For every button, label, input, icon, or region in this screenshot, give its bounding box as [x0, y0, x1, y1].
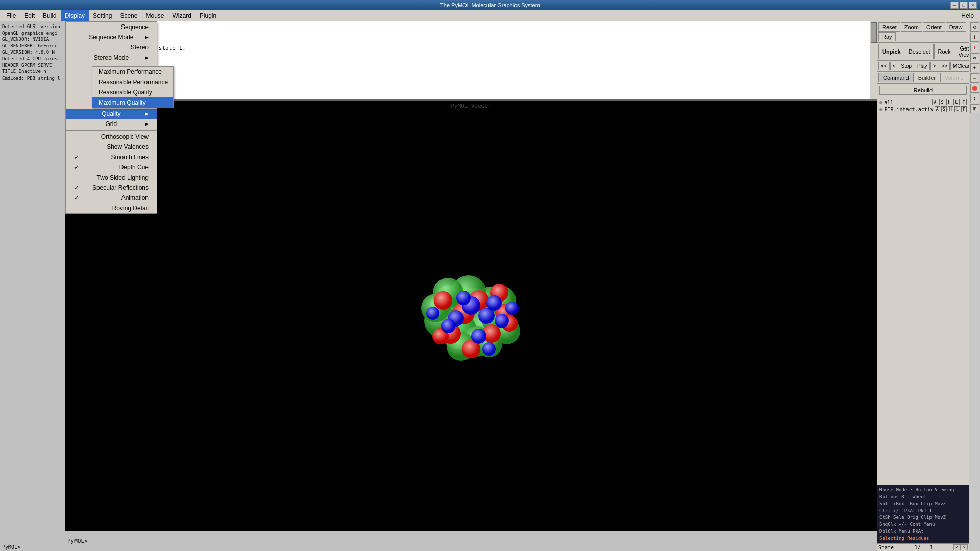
dd-orthoscopic[interactable]: Orthoscopic View: [66, 132, 157, 142]
dd-stereo[interactable]: Stereo: [66, 42, 157, 53]
menu-wizard[interactable]: Wizard: [168, 10, 195, 21]
sel-l-btn[interactable]: L: [954, 106, 960, 112]
state-prev-button[interactable]: <: [953, 544, 961, 550]
log-line: rendering.: [67, 34, 875, 41]
icon-warning[interactable]: !: [970, 43, 979, 52]
dd-arrow-icon: ▶: [145, 35, 149, 40]
state-value: 1/ 1: [894, 545, 953, 550]
sel-s-btn[interactable]: S: [939, 99, 945, 105]
maximize-button[interactable]: □: [960, 2, 968, 9]
stop-button[interactable]: Stop: [899, 62, 915, 70]
title-text: The PyMOL Molecular Graphics System: [440, 2, 540, 8]
menu-plugin[interactable]: Plugin: [195, 10, 220, 21]
nav-back-button[interactable]: <: [890, 62, 898, 70]
state-bar: State 1/ 1 < >: [877, 543, 969, 551]
dd-check: [74, 133, 78, 140]
dd-sequence[interactable]: Sequence: [66, 22, 157, 32]
unpick-button[interactable]: Unpick: [878, 44, 904, 59]
tab-builder[interactable]: Builder: [914, 73, 940, 82]
tab-command[interactable]: Command: [878, 73, 914, 82]
icon-minus[interactable]: −: [970, 73, 979, 83]
svg-point-34: [505, 302, 519, 315]
dd-depth-cue[interactable]: ✓ Depth Cue: [66, 162, 157, 172]
dd-check: [74, 44, 78, 51]
dd-label: Grid: [106, 120, 117, 128]
nav-forward-button[interactable]: >: [930, 62, 939, 70]
sel-h-btn[interactable]: H: [948, 106, 953, 112]
icon-grid[interactable]: ⊞: [970, 104, 979, 113]
dd-stereo-mode[interactable]: Stereo Mode ▶: [66, 53, 157, 63]
status-line: Shft +Box -Box Clip MovZ: [879, 500, 967, 508]
dd-label: Sequence: [121, 23, 149, 31]
svg-point-35: [426, 307, 439, 320]
ray-button[interactable]: Ray: [878, 32, 896, 41]
menu-file[interactable]: File: [2, 10, 20, 21]
menu-edit[interactable]: Edit: [20, 10, 39, 21]
nav-fastforward-button[interactable]: >>: [939, 62, 950, 70]
orient-button[interactable]: Orient: [923, 22, 945, 32]
dd-check: [74, 110, 78, 117]
console-line: GL_VERSION: 4.6.0 N: [2, 49, 63, 56]
dd-check: [74, 77, 78, 84]
icon-plus[interactable]: +: [970, 63, 979, 72]
close-button[interactable]: ✕: [969, 2, 977, 9]
icon-info[interactable]: i: [970, 33, 979, 42]
sel-l-btn[interactable]: L: [953, 99, 960, 105]
quality-reasonable-quality[interactable]: Reasonable Quality: [92, 87, 173, 97]
reset-button[interactable]: Reset: [878, 22, 900, 32]
sel-s-btn[interactable]: S: [941, 106, 947, 112]
dd-check: ✓: [74, 164, 79, 171]
dd-quality[interactable]: Quality ▶: [66, 109, 157, 119]
minimize-button[interactable]: ─: [950, 2, 959, 9]
status-line: Buttons R L Wheel: [879, 494, 967, 501]
quality-reasonable-performance[interactable]: Reasonable Performance: [92, 77, 173, 87]
nav-rewind-button[interactable]: <<: [878, 62, 890, 70]
dd-smooth-lines[interactable]: ✓ Smooth Lines: [66, 152, 157, 162]
pymol-command-input[interactable]: [90, 538, 875, 544]
dd-two-sided[interactable]: Two Sided Lighting: [66, 172, 157, 183]
dd-label: Animation: [121, 194, 149, 202]
quality-submenu: Maximum Performance Reasonable Performan…: [92, 66, 174, 108]
deselect-button[interactable]: Deselect: [905, 44, 934, 59]
state-next-button[interactable]: >: [961, 544, 968, 550]
status-info-panel: Mouse Mode 3-Button Viewing Buttons R L …: [877, 485, 969, 543]
sel-a-btn[interactable]: A: [932, 99, 938, 105]
menu-setting[interactable]: Setting: [89, 10, 116, 21]
sel-h-btn[interactable]: H: [946, 99, 952, 105]
console-line: GL_VENDOR: NVIDIA: [2, 36, 63, 43]
rebuild-button[interactable]: Rebuild: [879, 86, 967, 95]
menu-scene[interactable]: Scene: [116, 10, 141, 21]
rebuild-area: Rebuild: [877, 84, 969, 97]
icon-arrow[interactable]: ↕: [970, 94, 979, 103]
menu-display[interactable]: Display: [61, 10, 89, 21]
dd-grid[interactable]: Grid ▶: [66, 119, 157, 129]
log-scrollbar-thumb[interactable]: [871, 22, 877, 43]
dd-sequence-mode[interactable]: Sequence Mode ▶: [66, 32, 157, 42]
menu-mouse[interactable]: Mouse: [141, 10, 168, 21]
icon-infinity[interactable]: ∞: [970, 53, 979, 62]
play-button[interactable]: Play: [915, 62, 929, 70]
quality-maximum-quality[interactable]: Maximum Quality: [92, 97, 173, 108]
icon-settings[interactable]: ⚙: [970, 22, 979, 32]
tab-volume[interactable]: Volume: [940, 73, 968, 82]
dd-specular[interactable]: ✓ Specular Reflections: [66, 183, 157, 193]
zoom-button[interactable]: Zoom: [901, 22, 922, 32]
dd-roving[interactable]: Roving Detail: [66, 203, 157, 213]
menu-help[interactable]: Help: [957, 10, 978, 21]
log-scrollbar[interactable]: [870, 21, 877, 99]
icon-fire[interactable]: 🔴: [970, 84, 979, 93]
sel-bullet: ●: [879, 99, 882, 105]
sel-f-btn[interactable]: F: [961, 106, 967, 112]
rock-button[interactable]: Rock: [934, 44, 954, 59]
menu-build[interactable]: Build: [39, 10, 61, 21]
dd-smooth-lines-label: Smooth Lines: [111, 154, 149, 161]
dd-animation[interactable]: ✓ Animation: [66, 193, 157, 203]
log-line: intact.active.5VAI.5NX2", state 1.: [67, 45, 875, 52]
top-action-buttons: Reset Zoom Orient Draw Ray: [877, 21, 969, 43]
viewer-area[interactable]: PyMOL Viewer: [65, 101, 877, 531]
sel-f-btn[interactable]: F: [961, 99, 967, 105]
draw-button[interactable]: Draw: [946, 22, 966, 32]
dd-show-valences[interactable]: Show Valences: [66, 142, 157, 152]
sel-a-btn[interactable]: A: [935, 106, 940, 112]
quality-max-performance[interactable]: Maximum Performance: [92, 67, 173, 77]
